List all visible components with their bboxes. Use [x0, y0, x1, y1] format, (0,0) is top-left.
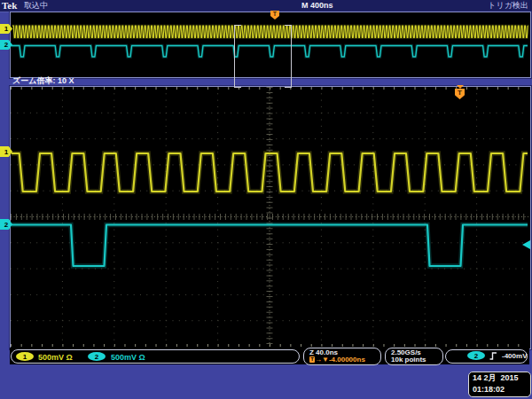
- record-length: 10k points: [386, 356, 442, 364]
- rising-edge-slope-icon: [489, 351, 497, 361]
- overview-waveform-plot: [11, 12, 528, 75]
- zoom-window-bracket-left[interactable]: [234, 25, 241, 88]
- zoom-window-bracket-right[interactable]: [285, 25, 292, 88]
- trigger-position-arrow-icon: [457, 85, 464, 89]
- acquisition-readout-box[interactable]: 2.50GS/s 10k points: [385, 348, 443, 365]
- time-readout: 01:18:02: [469, 384, 530, 395]
- acquisition-status: 取込中: [24, 1, 48, 11]
- zoom-scale-readout-box[interactable]: Z 40.0ns T→▼-4.00000ns: [303, 348, 381, 365]
- zoom-factor-label: ズーム倍率: 10 X: [12, 75, 74, 86]
- channel2-scale: 500mV Ω: [111, 353, 145, 362]
- trigger-level-value: -400mV: [502, 352, 527, 360]
- zoom-waveform-window: [10, 86, 531, 349]
- arrow-right-icon: →: [315, 356, 322, 364]
- trigger-readout-box[interactable]: 2 -400mV: [445, 349, 528, 364]
- trigger-level-arrow-icon[interactable]: [522, 240, 530, 249]
- date-readout: 14 2月 2015: [469, 372, 530, 384]
- channel-scale-readout-box[interactable]: 1 500mV Ω 2 500mV Ω: [11, 349, 300, 364]
- channel2-badge[interactable]: 2: [88, 352, 106, 361]
- zoom-waveform-plot: [11, 87, 528, 347]
- trigger-status: トリガ検出: [488, 1, 528, 11]
- top-status-bar: Tek 取込中 M 400ns トリガ検出: [0, 0, 532, 12]
- bottom-readout-bar: 1 500mV Ω 2 500mV Ω Z 40.0ns T→▼-4.00000…: [10, 348, 529, 364]
- channel1-badge[interactable]: 1: [16, 352, 34, 361]
- timebase-readout: M 400ns: [301, 1, 333, 11]
- trigger-delay-readout: T→▼-4.00000ns: [304, 356, 380, 364]
- oscilloscope-screen: Tek 取込中 M 400ns トリガ検出 T 1 2 ズーム倍率: 10 X …: [0, 0, 532, 399]
- overview-waveform-window: [10, 12, 531, 78]
- date-time-box: 14 2月 2015 01:18:02: [468, 372, 531, 397]
- trigger-source-badge: 2: [467, 351, 485, 360]
- tek-logo: Tek: [2, 0, 17, 11]
- channel1-scale: 500mV Ω: [38, 353, 73, 362]
- delay-value: -4.00000ns: [329, 356, 365, 364]
- triangle-down-icon: ▼: [322, 356, 329, 364]
